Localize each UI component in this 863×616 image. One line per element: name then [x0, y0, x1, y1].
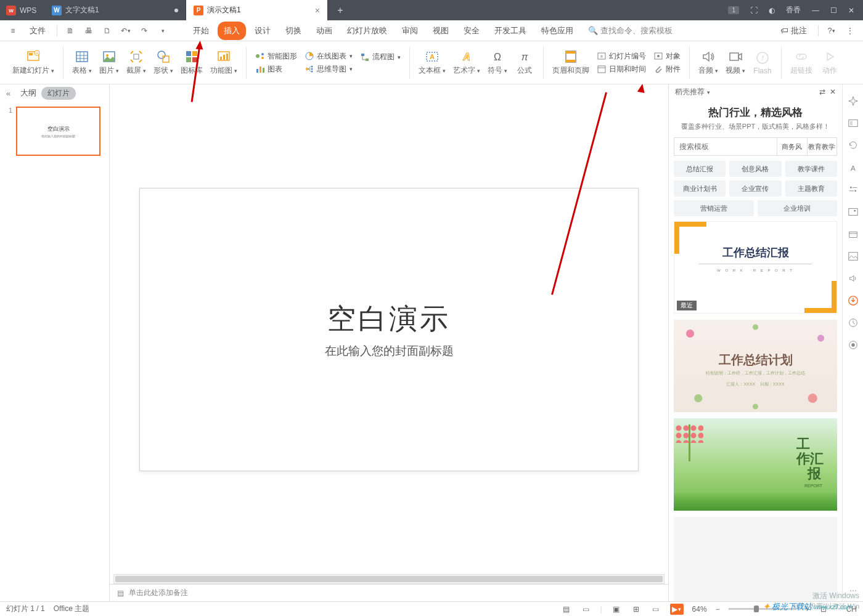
panel-settings-icon[interactable]: ⇄ — [819, 87, 825, 96]
audio-button[interactable]: 音频▾ — [695, 48, 722, 77]
menu-file[interactable]: 文件 — [23, 22, 52, 40]
annotation-button[interactable]: 🏷 批注 — [774, 22, 813, 40]
notification-badge[interactable]: 1 — [728, 6, 739, 14]
chart-button[interactable]: 图表 — [254, 63, 298, 75]
online-chart-button[interactable]: 在线图表▾ — [303, 51, 354, 62]
help-icon[interactable]: ?▾ — [824, 23, 840, 39]
rail-layout-icon[interactable] — [848, 118, 859, 129]
chip[interactable]: 教学课件 — [785, 161, 837, 177]
print-icon[interactable]: 🖶 — [81, 23, 97, 39]
notes-toggle-icon[interactable]: ▤ — [560, 604, 571, 615]
smartart-button[interactable]: 智能图形 — [254, 51, 298, 62]
rail-target-icon[interactable] — [848, 339, 859, 351]
table-button[interactable]: 表格▾ — [68, 48, 96, 77]
wordart-button[interactable]: A艺术字▾ — [449, 48, 484, 77]
chip[interactable]: 营销运营 — [674, 200, 754, 216]
undo-icon[interactable]: ↶▾ — [118, 23, 134, 39]
menu-view[interactable]: 视图 — [427, 22, 455, 40]
rail-archive-icon[interactable] — [848, 229, 859, 240]
zoom-out-icon[interactable]: − — [716, 605, 720, 614]
menu-dev[interactable]: 开发工具 — [488, 22, 533, 40]
chip[interactable]: 商业计划书 — [674, 180, 726, 197]
horizontal-scrollbar[interactable] — [113, 574, 665, 584]
symbol-button[interactable]: Ω符号▾ — [484, 48, 511, 77]
slide[interactable]: 空白演示 在此输入您的封面副标题 — [139, 188, 639, 471]
save-icon[interactable]: 🗎 — [62, 23, 78, 39]
menu-insert[interactable]: 插入 — [218, 22, 246, 40]
flowchart-button[interactable]: 流程图▾ — [359, 51, 402, 63]
rail-picture-icon[interactable] — [848, 251, 859, 262]
tab-presentation-1[interactable]: P 演示文稿1 × — [186, 0, 328, 20]
object-button[interactable]: 对象 — [652, 51, 682, 62]
picture-button[interactable]: 图片▾ — [96, 48, 123, 77]
rail-sparkle-icon[interactable] — [848, 95, 859, 107]
menu-review[interactable]: 审阅 — [396, 22, 424, 40]
menu-security[interactable]: 安全 — [457, 22, 486, 40]
user-avatar-icon[interactable]: ◐ — [769, 6, 775, 15]
attachment-button[interactable]: 附件 — [652, 63, 682, 75]
menu-transition[interactable]: 切换 — [279, 22, 308, 40]
screenshot-button[interactable]: 截屏▾ — [123, 48, 150, 77]
reading-view-icon[interactable]: ▭ — [650, 604, 661, 615]
notes-pane[interactable]: ▤ 单击此处添加备注 — [110, 584, 668, 601]
chip[interactable]: 创意风格 — [729, 161, 781, 177]
apps-icon[interactable]: ⛶ — [750, 6, 758, 15]
normal-view-icon[interactable]: ▣ — [611, 604, 622, 615]
menu-animation[interactable]: 动画 — [310, 22, 338, 40]
new-slide-button[interactable]: + 新建幻灯片▾ — [9, 48, 58, 77]
add-tab-button[interactable]: + — [328, 0, 353, 20]
redo-icon[interactable]: ↷ — [136, 23, 152, 39]
datetime-button[interactable]: 日期和时间 — [595, 63, 647, 75]
header-footer-button[interactable]: 页眉和页脚 — [549, 48, 593, 77]
template-card-1[interactable]: 工作总结汇报 W O R K R E P O R T 最近 — [674, 221, 837, 314]
panel-close-icon[interactable]: ✕ — [830, 87, 836, 96]
template-card-2[interactable]: 工作总结计划 特别说明：工作经，工作汇报，工作计划，工作总结 汇报人：XXXX … — [674, 320, 837, 412]
maximize-icon[interactable]: ☐ — [830, 6, 837, 15]
chip[interactable]: 总结汇报 — [674, 161, 726, 177]
menu-slideshow[interactable]: 幻灯片放映 — [341, 22, 393, 40]
chip[interactable]: 主题教育 — [785, 180, 837, 197]
video-button[interactable]: 视频▾ — [722, 48, 749, 77]
tab-doc-1[interactable]: W 文字文稿1 — [44, 0, 186, 20]
slides-tab[interactable]: 幻灯片 — [41, 87, 76, 100]
chip[interactable]: 企业宣传 — [729, 180, 781, 197]
slide-subtitle[interactable]: 在此输入您的封面副标题 — [325, 343, 454, 359]
rail-download-icon[interactable] — [848, 295, 859, 306]
search-input[interactable] — [674, 137, 777, 156]
outline-tab[interactable]: 大纲 — [20, 87, 36, 99]
mindmap-button[interactable]: 思维导图▾ — [303, 63, 354, 75]
collapse-ribbon-icon[interactable]: ⋮ — [842, 23, 858, 39]
hamburger-icon[interactable]: ≡ — [5, 23, 21, 39]
filter-education[interactable]: 教育教学 — [808, 137, 838, 156]
print-preview-icon[interactable]: 🗋 — [99, 23, 115, 39]
close-tab-icon[interactable]: × — [315, 6, 320, 15]
search-commands[interactable]: 🔍 查找命令、搜索模板 — [582, 22, 679, 40]
formula-button[interactable]: π公式 — [511, 48, 538, 77]
menu-special[interactable]: 特色应用 — [535, 22, 579, 40]
template-card-3[interactable]: 工作汇 报 REPORT — [674, 418, 837, 511]
minimize-icon[interactable]: — — [812, 6, 819, 15]
textbox-button[interactable]: A文本框▾ — [415, 48, 449, 77]
sorter-view-icon[interactable]: ⊞ — [631, 604, 642, 615]
rail-image-icon[interactable] — [848, 206, 859, 217]
icon-lib-button[interactable]: 图标库 — [177, 48, 207, 77]
rail-history-icon[interactable] — [848, 317, 859, 328]
close-window-icon[interactable]: ✕ — [848, 6, 854, 15]
slide-number-button[interactable]: #幻灯片编号 — [595, 51, 647, 62]
menu-start[interactable]: 开始 — [187, 22, 215, 40]
menu-design[interactable]: 设计 — [248, 22, 277, 40]
func-chart-button[interactable]: 功能图▾ — [207, 48, 241, 77]
slideshow-button[interactable]: ▶▾ — [670, 604, 684, 615]
template-card-4[interactable] — [674, 517, 837, 601]
slide-thumbnail-1[interactable]: 1 空白演示 在此输入您的封面副标题 — [9, 107, 100, 156]
slide-title[interactable]: 空白演示 — [327, 300, 451, 338]
rail-settings-icon[interactable] — [848, 184, 859, 195]
filter-business[interactable]: 商务风 — [777, 137, 808, 156]
chip[interactable]: 企业培训 — [758, 200, 838, 216]
rail-refresh-icon[interactable] — [848, 140, 859, 151]
comments-toggle-icon[interactable]: ▭ — [580, 604, 591, 615]
collapse-panel-icon[interactable]: « — [6, 89, 10, 98]
rail-text-icon[interactable]: A — [848, 162, 859, 173]
zoom-value[interactable]: 64% — [692, 605, 707, 614]
shape-button[interactable]: 形状▾ — [150, 48, 177, 77]
